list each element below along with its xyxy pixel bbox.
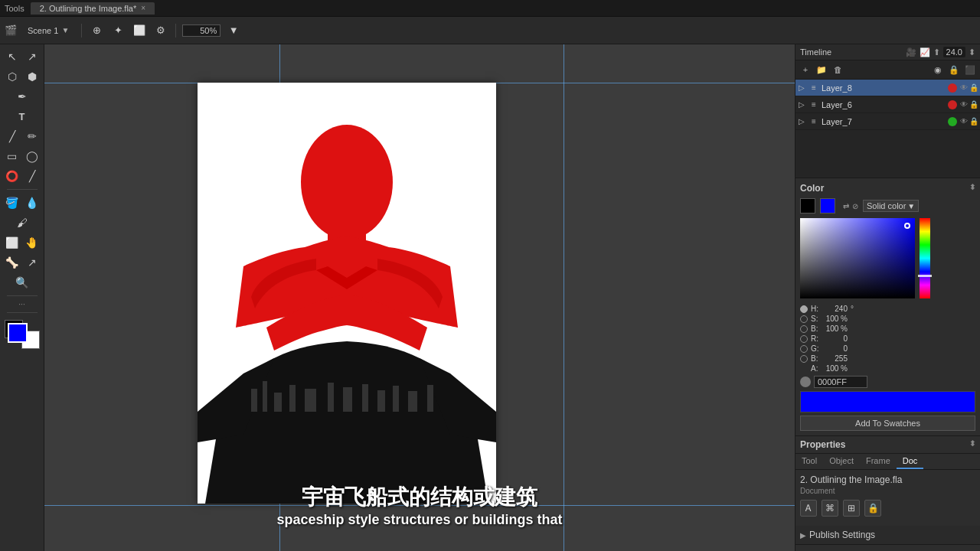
layer-row-layer8[interactable]: ▷ ≡ Layer_8 👁 🔒 [795,80,980,96]
layer8-lock[interactable]: 🔒 [969,83,978,92]
export-icon[interactable]: ⬆ [933,47,940,57]
tl-delete[interactable]: 🗑 [831,63,844,77]
select-tool[interactable]: ↖ [3,47,21,66]
svg-rect-12 [393,386,399,412]
camera-icon[interactable]: 🎥 [906,47,916,57]
layer-row-layer7[interactable]: ▷ ≡ Layer_7 👁 🔒 [795,113,980,130]
arrow-tool[interactable]: ↗ [23,253,41,272]
snap-icon[interactable]: ✦ [109,22,126,39]
scene-label: Scene 1 [28,26,58,35]
doc-icon3[interactable]: ⊞ [843,500,860,517]
rect-tool[interactable]: ▭ [3,147,21,165]
layer7-type-icon: ≡ [808,117,820,126]
settings-icon[interactable]: ⚙ [152,22,169,39]
transform-tool[interactable]: ⬡ [3,67,21,86]
doc-icon4[interactable]: 🔒 [864,500,881,517]
layer8-vis[interactable]: 👁 [960,83,968,92]
tab-frame[interactable]: Frame [860,454,897,469]
timeline-toolbar: + 📁 🗑 ◉ 🔒 ⬛ [795,60,980,80]
color-icons: ⇄ ⊘ [843,202,858,210]
color-mode-row: ⇄ ⊘ Solid color ▼ [800,198,975,214]
tab-object[interactable]: Object [823,454,860,469]
zoom-tool[interactable]: 🔍 [13,273,31,292]
canvas-area[interactable]: 宇宙飞船式的结构或建筑 spaceship style structures o… [44,44,795,551]
subtitle-area: 宇宙飞船式的结构或建筑 spaceship style structures o… [276,483,562,528]
poly-tool[interactable]: ⭕ [3,167,21,185]
zoom-input[interactable] [182,24,220,37]
crop-icon[interactable]: ⬜ [131,22,148,39]
add-to-swatches-btn[interactable]: Add To Swatches [800,416,975,431]
bone-tool[interactable]: 🦴 [3,253,21,272]
paint-bucket[interactable]: 🪣 [3,194,21,212]
g-radio[interactable] [800,345,808,353]
tl-expand[interactable]: ⬛ [963,63,977,77]
brush-tool[interactable]: 🖌 [13,214,31,232]
publish-settings-row[interactable]: ▶ Publish Settings [795,526,980,545]
file-tab[interactable]: 2. Outlining the Image.fla* × [31,2,155,15]
active-color[interactable] [8,323,28,343]
hex-input[interactable] [814,376,867,388]
blue-radio[interactable] [800,355,808,363]
svg-rect-6 [289,385,296,412]
layer7-vis[interactable]: 👁 [960,117,968,126]
layer6-lock[interactable]: 🔒 [969,100,978,109]
properties-collapse[interactable]: ⬍ [969,439,975,450]
scene-dropdown-arrow[interactable]: ▼ [61,26,69,34]
h-unit: ° [851,305,854,313]
tl-add-folder[interactable]: 📁 [815,63,828,77]
r-radio[interactable] [800,335,808,343]
zoom-dropdown[interactable]: ▼ [225,22,242,39]
subtitle-english: spaceship style structures or buildings … [276,512,562,528]
layer7-color[interactable] [948,117,957,126]
color-preview-bar[interactable] [800,391,975,412]
tl-lock[interactable]: 🔒 [947,63,961,77]
layer7-controls: 👁 🔒 [948,117,978,126]
eraser-tool[interactable]: ⬜ [3,233,21,252]
pen-tool[interactable]: ✒ [13,87,31,106]
swap-icon[interactable]: ⇄ [843,202,849,210]
text-tool[interactable]: T [13,107,31,126]
none-icon[interactable]: ⊘ [852,202,858,210]
align-icon[interactable]: ⊕ [88,22,105,39]
tab-close[interactable]: × [141,4,145,12]
stroke-swatch[interactable] [800,198,815,214]
color-type-dropdown[interactable]: Solid color ▼ [863,200,919,212]
color-swatches[interactable] [5,320,40,349]
tab-tool[interactable]: Tool [795,454,823,469]
layer6-color[interactable] [948,100,957,109]
graph-icon[interactable]: 📈 [920,47,930,57]
color-picker-gradient[interactable] [800,218,915,298]
pencil2-tool[interactable]: ╱ [23,167,41,185]
layer-row-layer6[interactable]: ▷ ≡ Layer_6 👁 🔒 [795,96,980,113]
layer6-vis[interactable]: 👁 [960,100,968,109]
h-slider-row: H: 240 ° [800,305,975,313]
collapse-icon[interactable]: ⬍ [969,47,975,57]
hand-tool[interactable]: 🤚 [23,233,41,252]
doc-icon2[interactable]: ⌘ [822,500,838,517]
svg-rect-10 [362,384,368,412]
ellipse-tool[interactable]: ◯ [23,147,41,165]
svg-rect-4 [263,381,267,412]
s-slider-row: S: 100 % [800,315,975,323]
line-tool[interactable]: ╱ [3,127,21,145]
svg-rect-11 [377,390,385,412]
hue-bar[interactable] [920,218,930,298]
subselect-tool[interactable]: ↗ [23,47,41,66]
top-bar: Tools 2. Outlining the Image.fla* × [0,0,980,17]
h-radio[interactable] [800,305,808,313]
color-sliders: H: 240 ° S: 100 % B: 100 % R: 0 [800,305,975,373]
color-collapse[interactable]: ⬍ [969,183,975,194]
doc-icon1[interactable]: Ꭺ [800,500,817,517]
eyedropper[interactable]: 💧 [23,194,41,212]
lasso-tool[interactable]: ⬢ [23,67,41,86]
tl-add-layer[interactable]: + [799,63,812,77]
fill-swatch[interactable] [820,198,835,214]
tab-doc[interactable]: Doc [897,454,924,469]
more-tools[interactable]: ··· [18,300,24,308]
layer8-color[interactable] [948,83,957,93]
s-radio[interactable] [800,315,808,323]
tl-solo[interactable]: ◉ [931,63,945,77]
b-radio[interactable] [800,325,808,333]
layer7-lock[interactable]: 🔒 [969,117,978,126]
pencil-tool[interactable]: ✏ [23,127,41,145]
